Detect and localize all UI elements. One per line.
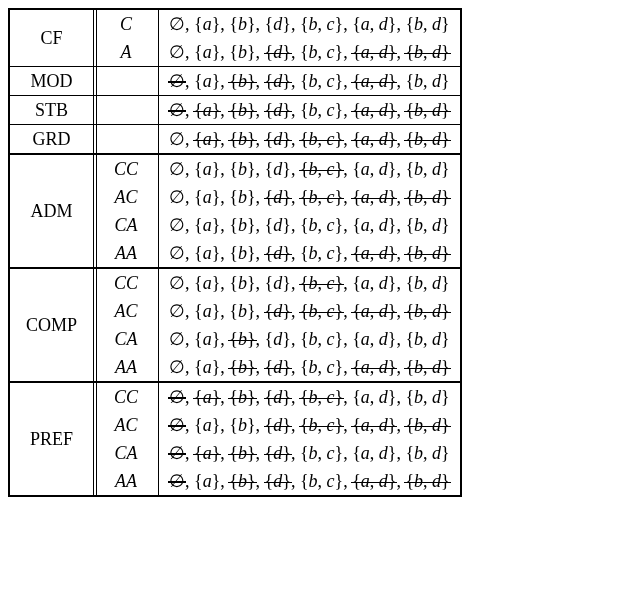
set-item: {b, c}	[300, 443, 343, 464]
set-item: {a, d}	[352, 329, 396, 350]
set-item: {d}	[265, 243, 291, 264]
set-item: {a, d}	[352, 42, 396, 63]
table-row: CFC∅, {a}, {b}, {d}, {b, c}, {a, d}, {b,…	[9, 9, 461, 38]
set-item: {b}	[229, 301, 255, 322]
group-label: CF	[9, 9, 94, 67]
subtype-label: AC	[94, 297, 159, 325]
subtype-label: AC	[94, 411, 159, 439]
set-item: {b, c}	[300, 471, 343, 492]
set-item: ∅	[169, 13, 185, 35]
set-item: {a, d}	[352, 14, 396, 35]
table-row: COMPCC∅, {a}, {b}, {d}, {b, c}, {a, d}, …	[9, 268, 461, 297]
set-item: {d}	[265, 415, 291, 436]
set-item: {b, d}	[405, 387, 449, 408]
set-item: {b, c}	[300, 42, 343, 63]
set-item: {b, c}	[300, 329, 343, 350]
set-item: {b, c}	[300, 71, 343, 92]
set-item: {b, d}	[405, 100, 449, 121]
set-item: {a}	[194, 329, 220, 350]
set-item: ∅	[169, 470, 185, 492]
set-item: {a, d}	[352, 387, 396, 408]
set-item: ∅	[169, 214, 185, 236]
set-item: {d}	[265, 14, 291, 35]
set-item: {d}	[265, 129, 291, 150]
subtype-label	[94, 125, 159, 155]
subtype-label: A	[94, 38, 159, 67]
set-item: {b, d}	[405, 243, 449, 264]
set-item: {b, d}	[405, 357, 449, 378]
set-item: {b}	[229, 159, 255, 180]
semantics-table: CFC∅, {a}, {b}, {d}, {b, c}, {a, d}, {b,…	[8, 8, 462, 497]
group-label: STB	[9, 96, 94, 125]
set-item: {b, c}	[300, 357, 343, 378]
set-list: ∅, {a}, {b}, {d}, {b, c}, {a, d}, {b, d}	[159, 125, 461, 155]
set-item: {b, d}	[405, 329, 449, 350]
set-item: {b, c}	[300, 415, 343, 436]
set-item: {b, d}	[405, 159, 449, 180]
set-list: ∅, {a}, {b}, {d}, {b, c}, {a, d}, {b, d}	[159, 211, 461, 239]
set-item: ∅	[169, 414, 185, 436]
set-item: ∅	[169, 300, 185, 322]
set-item: {a, d}	[352, 243, 396, 264]
set-item: {b}	[229, 357, 255, 378]
group-label: PREF	[9, 382, 94, 496]
subtype-label: CC	[94, 154, 159, 183]
set-item: ∅	[169, 99, 185, 121]
set-item: {b}	[229, 71, 255, 92]
set-item: ∅	[169, 272, 185, 294]
set-item: {b}	[229, 100, 255, 121]
set-item: ∅	[169, 356, 185, 378]
set-item: {a, d}	[352, 301, 396, 322]
set-list: ∅, {a}, {b}, {d}, {b, c}, {a, d}, {b, d}	[159, 239, 461, 268]
set-item: {a, d}	[352, 71, 396, 92]
set-item: {b, d}	[405, 42, 449, 63]
set-item: {b, c}	[300, 100, 343, 121]
set-item: {a, d}	[352, 100, 396, 121]
set-item: {b, d}	[405, 273, 449, 294]
set-list: ∅, {a}, {b}, {d}, {b, c}, {a, d}, {b, d}	[159, 467, 461, 496]
set-item: {a, d}	[352, 443, 396, 464]
set-item: ∅	[169, 242, 185, 264]
set-item: {b, c}	[300, 14, 343, 35]
set-item: {a, d}	[352, 415, 396, 436]
set-item: {a, d}	[352, 471, 396, 492]
group-label: MOD	[9, 67, 94, 96]
set-item: {b, d}	[405, 215, 449, 236]
set-item: {a}	[194, 42, 220, 63]
set-item: ∅	[169, 70, 185, 92]
set-item: ∅	[169, 158, 185, 180]
set-item: {a}	[194, 387, 220, 408]
set-item: {a, d}	[352, 273, 396, 294]
set-item: {b, c}	[300, 387, 343, 408]
set-item: {a}	[194, 443, 220, 464]
set-item: {b, c}	[300, 215, 343, 236]
set-item: {a}	[194, 100, 220, 121]
set-item: {d}	[265, 471, 291, 492]
set-item: ∅	[169, 41, 185, 63]
set-item: {b, c}	[300, 301, 343, 322]
subtype-label: CA	[94, 439, 159, 467]
set-item: {b}	[229, 215, 255, 236]
table-row: PREFCC∅, {a}, {b}, {d}, {b, c}, {a, d}, …	[9, 382, 461, 411]
group-label: COMP	[9, 268, 94, 382]
set-item: {b}	[229, 187, 255, 208]
set-item: {d}	[265, 71, 291, 92]
set-item: {d}	[265, 301, 291, 322]
subtype-label: C	[94, 9, 159, 38]
set-item: {b, c}	[300, 129, 343, 150]
set-item: {b}	[229, 443, 255, 464]
set-item: {d}	[265, 357, 291, 378]
set-item: {b}	[229, 387, 255, 408]
group-label: GRD	[9, 125, 94, 155]
set-item: {a}	[194, 159, 220, 180]
set-list: ∅, {a}, {b}, {d}, {b, c}, {a, d}, {b, d}	[159, 67, 461, 96]
set-item: {b, d}	[405, 301, 449, 322]
set-item: {b}	[229, 14, 255, 35]
set-item: {b}	[229, 129, 255, 150]
table-row: ADMCC∅, {a}, {b}, {d}, {b, c}, {a, d}, {…	[9, 154, 461, 183]
set-list: ∅, {a}, {b}, {d}, {b, c}, {a, d}, {b, d}	[159, 154, 461, 183]
subtype-label: AC	[94, 183, 159, 211]
set-item: {b, c}	[300, 159, 343, 180]
set-item: ∅	[169, 328, 185, 350]
table-row: MOD∅, {a}, {b}, {d}, {b, c}, {a, d}, {b,…	[9, 67, 461, 96]
